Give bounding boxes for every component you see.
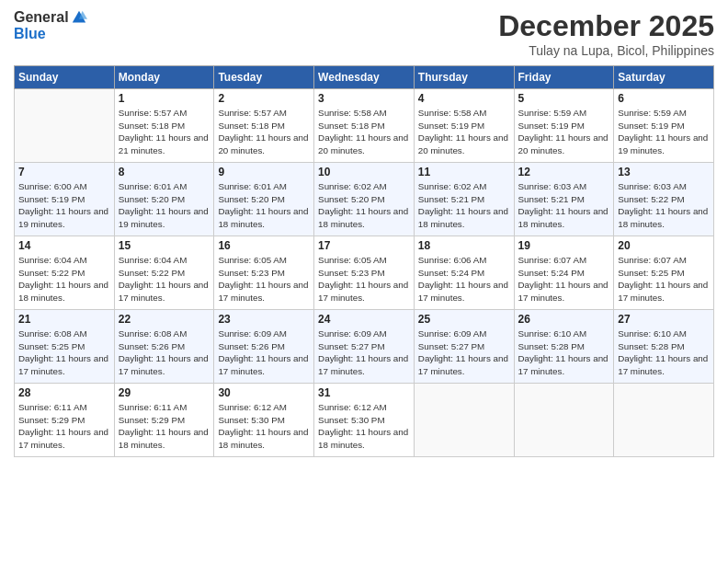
day-detail: Sunrise: 5:59 AMSunset: 5:19 PMDaylight:…	[518, 107, 610, 157]
day-detail: Sunrise: 5:59 AMSunset: 5:19 PMDaylight:…	[618, 107, 710, 157]
day-number: 21	[18, 313, 110, 326]
day-number: 13	[618, 166, 710, 178]
table-row: 24Sunrise: 6:09 AMSunset: 5:27 PMDayligh…	[314, 310, 415, 384]
day-detail: Sunrise: 6:10 AMSunset: 5:28 PMDaylight:…	[618, 327, 710, 378]
day-detail: Sunrise: 6:11 AMSunset: 5:29 PMDaylight:…	[119, 401, 210, 452]
day-detail: Sunrise: 5:58 AMSunset: 5:18 PMDaylight:…	[318, 107, 410, 157]
col-thursday: Thursday	[414, 66, 514, 89]
table-row: 19Sunrise: 6:07 AMSunset: 5:24 PMDayligh…	[514, 236, 614, 310]
day-number: 8	[119, 166, 210, 178]
title-block: December 2025 Tulay na Lupa, Bicol, Phil…	[498, 9, 714, 58]
day-detail: Sunrise: 6:09 AMSunset: 5:27 PMDaylight:…	[318, 327, 410, 378]
day-number: 29	[119, 386, 210, 399]
day-number: 22	[119, 313, 210, 326]
logo-blue: Blue	[14, 26, 46, 41]
table-row: 13Sunrise: 6:03 AMSunset: 5:22 PMDayligh…	[614, 163, 714, 236]
day-detail: Sunrise: 5:57 AMSunset: 5:18 PMDaylight:…	[119, 107, 210, 157]
day-number: 10	[318, 166, 410, 178]
table-row	[414, 384, 514, 457]
day-number: 4	[418, 92, 510, 105]
logo: General Blue	[14, 9, 87, 42]
day-number: 1	[119, 92, 210, 105]
day-number: 14	[18, 239, 110, 252]
table-row: 29Sunrise: 6:11 AMSunset: 5:29 PMDayligh…	[114, 384, 214, 457]
location-title: Tulay na Lupa, Bicol, Philippines	[498, 43, 714, 58]
table-row: 26Sunrise: 6:10 AMSunset: 5:28 PMDayligh…	[514, 310, 614, 384]
day-detail: Sunrise: 6:10 AMSunset: 5:28 PMDaylight:…	[518, 327, 610, 378]
table-row: 3Sunrise: 5:58 AMSunset: 5:18 PMDaylight…	[314, 89, 415, 163]
table-row: 8Sunrise: 6:01 AMSunset: 5:20 PMDaylight…	[114, 163, 214, 236]
day-detail: Sunrise: 6:00 AMSunset: 5:19 PMDaylight:…	[18, 180, 110, 231]
calendar-week-row: 1Sunrise: 5:57 AMSunset: 5:18 PMDaylight…	[15, 89, 714, 163]
table-row: 10Sunrise: 6:02 AMSunset: 5:20 PMDayligh…	[314, 163, 415, 236]
day-detail: Sunrise: 6:01 AMSunset: 5:20 PMDaylight:…	[119, 180, 210, 231]
day-number: 6	[618, 92, 710, 105]
logo-icon	[71, 9, 87, 26]
day-number: 12	[518, 166, 610, 178]
day-number: 11	[418, 166, 510, 178]
col-saturday: Saturday	[614, 66, 714, 89]
table-row: 28Sunrise: 6:11 AMSunset: 5:29 PMDayligh…	[15, 384, 115, 457]
header: General Blue December 2025 Tulay na Lupa…	[14, 9, 714, 58]
table-row: 30Sunrise: 6:12 AMSunset: 5:30 PMDayligh…	[214, 384, 314, 457]
day-detail: Sunrise: 6:02 AMSunset: 5:20 PMDaylight:…	[318, 180, 410, 231]
table-row: 11Sunrise: 6:02 AMSunset: 5:21 PMDayligh…	[414, 163, 514, 236]
day-number: 30	[218, 386, 310, 399]
day-number: 31	[318, 386, 410, 399]
day-number: 26	[518, 313, 610, 326]
day-number: 23	[218, 313, 310, 326]
day-detail: Sunrise: 6:12 AMSunset: 5:30 PMDaylight:…	[318, 401, 410, 452]
col-monday: Monday	[114, 66, 214, 89]
day-number: 9	[218, 166, 310, 178]
day-number: 3	[318, 92, 410, 105]
day-number: 17	[318, 239, 410, 252]
day-detail: Sunrise: 6:09 AMSunset: 5:26 PMDaylight:…	[218, 327, 310, 378]
day-detail: Sunrise: 6:04 AMSunset: 5:22 PMDaylight:…	[119, 254, 210, 304]
table-row	[614, 384, 714, 457]
day-detail: Sunrise: 6:05 AMSunset: 5:23 PMDaylight:…	[318, 254, 410, 304]
calendar-week-row: 28Sunrise: 6:11 AMSunset: 5:29 PMDayligh…	[15, 384, 714, 457]
day-number: 7	[18, 166, 110, 178]
day-number: 24	[318, 313, 410, 326]
day-number: 28	[18, 386, 110, 399]
day-detail: Sunrise: 5:57 AMSunset: 5:18 PMDaylight:…	[218, 107, 310, 157]
day-detail: Sunrise: 6:05 AMSunset: 5:23 PMDaylight:…	[218, 254, 310, 304]
day-number: 15	[119, 239, 210, 252]
day-detail: Sunrise: 6:03 AMSunset: 5:21 PMDaylight:…	[518, 180, 610, 231]
table-row: 5Sunrise: 5:59 AMSunset: 5:19 PMDaylight…	[514, 89, 614, 163]
table-row: 18Sunrise: 6:06 AMSunset: 5:24 PMDayligh…	[414, 236, 514, 310]
table-row: 12Sunrise: 6:03 AMSunset: 5:21 PMDayligh…	[514, 163, 614, 236]
table-row: 20Sunrise: 6:07 AMSunset: 5:25 PMDayligh…	[614, 236, 714, 310]
day-detail: Sunrise: 6:11 AMSunset: 5:29 PMDaylight:…	[18, 401, 110, 452]
day-detail: Sunrise: 6:06 AMSunset: 5:24 PMDaylight:…	[418, 254, 510, 304]
col-wednesday: Wednesday	[314, 66, 415, 89]
table-row	[514, 384, 614, 457]
day-number: 25	[418, 313, 510, 326]
calendar-table: Sunday Monday Tuesday Wednesday Thursday…	[14, 65, 714, 457]
day-number: 16	[218, 239, 310, 252]
table-row: 14Sunrise: 6:04 AMSunset: 5:22 PMDayligh…	[15, 236, 115, 310]
col-sunday: Sunday	[15, 66, 115, 89]
table-row: 15Sunrise: 6:04 AMSunset: 5:22 PMDayligh…	[114, 236, 214, 310]
day-detail: Sunrise: 6:04 AMSunset: 5:22 PMDaylight:…	[18, 254, 110, 304]
day-detail: Sunrise: 6:02 AMSunset: 5:21 PMDaylight:…	[418, 180, 510, 231]
month-title: December 2025	[498, 9, 714, 43]
day-detail: Sunrise: 6:08 AMSunset: 5:26 PMDaylight:…	[119, 327, 210, 378]
day-detail: Sunrise: 6:08 AMSunset: 5:25 PMDaylight:…	[18, 327, 110, 378]
day-detail: Sunrise: 6:03 AMSunset: 5:22 PMDaylight:…	[618, 180, 710, 231]
day-number: 2	[218, 92, 310, 105]
calendar-week-row: 7Sunrise: 6:00 AMSunset: 5:19 PMDaylight…	[15, 163, 714, 236]
day-number: 27	[618, 313, 710, 326]
table-row: 31Sunrise: 6:12 AMSunset: 5:30 PMDayligh…	[314, 384, 415, 457]
logo-general: General	[14, 9, 69, 26]
day-detail: Sunrise: 6:07 AMSunset: 5:24 PMDaylight:…	[518, 254, 610, 304]
page: General Blue December 2025 Tulay na Lupa…	[0, 0, 728, 563]
day-detail: Sunrise: 6:12 AMSunset: 5:30 PMDaylight:…	[218, 401, 310, 452]
day-detail: Sunrise: 6:07 AMSunset: 5:25 PMDaylight:…	[618, 254, 710, 304]
day-detail: Sunrise: 5:58 AMSunset: 5:19 PMDaylight:…	[418, 107, 510, 157]
day-detail: Sunrise: 6:09 AMSunset: 5:27 PMDaylight:…	[418, 327, 510, 378]
day-number: 18	[418, 239, 510, 252]
table-row: 7Sunrise: 6:00 AMSunset: 5:19 PMDaylight…	[15, 163, 115, 236]
col-tuesday: Tuesday	[214, 66, 314, 89]
table-row: 17Sunrise: 6:05 AMSunset: 5:23 PMDayligh…	[314, 236, 415, 310]
